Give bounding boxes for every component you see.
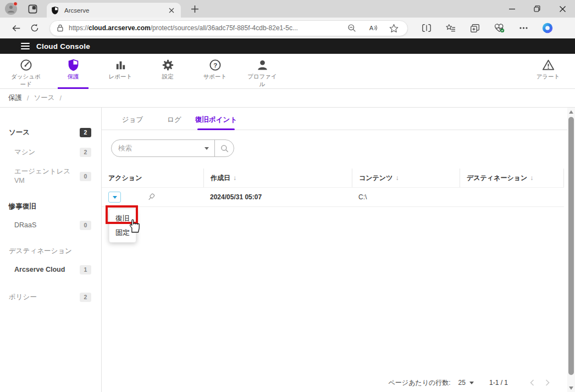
collections-icon[interactable]	[463, 20, 487, 36]
favorites-bar-icon[interactable]	[439, 20, 463, 36]
tab-close-icon[interactable]	[167, 5, 176, 15]
app-header: Cloud Console	[0, 38, 575, 54]
shield-icon	[67, 59, 80, 71]
cell-destination	[460, 188, 564, 206]
count-badge: 1	[80, 265, 91, 275]
sidebar-item-sources[interactable]: ソース 2	[0, 122, 101, 142]
zoom-out-icon[interactable]	[341, 20, 362, 36]
pagination: ページあたりの行数: 25 1-1 / 1	[389, 376, 555, 389]
browser-toolbar: https://cloud.arcserve.com/protect/sourc…	[0, 18, 575, 38]
nav-item-support[interactable]: ? サポート	[191, 54, 239, 89]
rows-per-page-select[interactable]: 25	[458, 379, 474, 387]
nav-item-profile[interactable]: プロファイル	[239, 54, 286, 89]
address-bar[interactable]: https://cloud.arcserve.com/protect/sourc…	[49, 20, 408, 36]
cell-created: 2024/05/31 05:07	[203, 188, 352, 206]
nav-item-settings[interactable]: 設定	[144, 54, 191, 89]
breadcrumb-protect[interactable]: 保護	[8, 93, 22, 103]
sidebar-item-machines[interactable]: マシン 2	[0, 142, 101, 162]
caret-down-icon	[469, 382, 474, 384]
rows-per-page-label: ページあたりの行数:	[389, 378, 451, 388]
sidebar-item-agentless-vm[interactable]: エージェントレス VM 0	[0, 162, 101, 191]
profile-icon	[256, 59, 269, 71]
nav-item-dashboard[interactable]: ダッシュボード	[2, 54, 49, 89]
sort-desc-icon[interactable]: ↓	[233, 174, 236, 182]
page-range: 1-1 / 1	[489, 379, 508, 387]
scroll-down-icon[interactable]	[569, 387, 573, 390]
split-screen-icon[interactable]	[414, 20, 439, 36]
svg-text:?: ?	[213, 62, 217, 69]
tab-jobs[interactable]: ジョブ	[112, 108, 153, 130]
nav-item-reports[interactable]: レポート	[97, 54, 144, 89]
scroll-up-icon[interactable]	[569, 110, 573, 114]
tab-recovery-points[interactable]: 復旧ポイント	[195, 108, 237, 130]
pin-icon[interactable]	[146, 192, 156, 202]
read-aloud-icon[interactable]: A	[362, 20, 383, 36]
arcserve-favicon	[51, 6, 59, 15]
count-badge: 0	[80, 221, 91, 230]
search-input[interactable]	[118, 144, 199, 152]
row-actions-dropdown-button[interactable]	[108, 192, 121, 203]
menu-item-pin[interactable]: 固定	[109, 226, 136, 240]
sidebar-header-destinations: デスティネーション	[0, 242, 101, 260]
sort-desc-icon[interactable]: ↓	[530, 174, 533, 182]
lock-icon[interactable]	[57, 24, 64, 32]
search-icon[interactable]	[215, 144, 234, 153]
restore-button[interactable]	[524, 0, 550, 18]
alert-triangle-icon	[542, 59, 555, 71]
cell-contents: C:\	[352, 188, 460, 206]
content-tabs: ジョブ ログ 復旧ポイント	[102, 108, 567, 130]
column-header-created[interactable]: 作成日 ↓	[203, 169, 352, 187]
favorite-star-icon[interactable]	[383, 20, 404, 36]
sidebar-header-disaster-recovery: 惨事復旧	[0, 198, 101, 215]
app-title: Cloud Console	[36, 42, 90, 51]
column-header-contents[interactable]: コンテンツ ↓	[352, 169, 460, 187]
browser-tab[interactable]: Arcserve	[47, 3, 181, 18]
browser-essentials-icon[interactable]	[487, 20, 511, 36]
sidebar-item-arcserve-cloud[interactable]: Arcserve Cloud 1	[0, 260, 101, 279]
count-badge: 2	[80, 128, 91, 137]
minimize-button[interactable]	[499, 0, 524, 18]
column-header-destination[interactable]: デスティネーション ↓	[460, 169, 564, 187]
profile-avatar[interactable]	[5, 3, 17, 15]
primary-nav: ダッシュボード 保護 レポート 設定 ? サポート プロファイル アラート	[0, 54, 575, 89]
tab-title: Arcserve	[64, 7, 167, 14]
help-icon: ?	[209, 59, 222, 71]
refresh-button[interactable]	[25, 20, 44, 36]
table-row: 2024/05/31 05:07 C:\	[102, 188, 564, 207]
url-text[interactable]: https://cloud.arcserve.com/protect/sourc…	[69, 24, 341, 32]
column-header-actions: アクション	[102, 169, 203, 187]
next-page-button[interactable]	[540, 379, 555, 386]
workspaces-icon[interactable]	[27, 4, 38, 14]
table-header: アクション 作成日 ↓ コンテンツ ↓ デスティネーション ↓	[102, 169, 564, 188]
sidebar: ソース 2 マシン 2 エージェントレス VM 0 惨事復旧 DRaaS 0 デ…	[0, 108, 102, 392]
scrollbar-thumb[interactable]	[568, 117, 574, 375]
sidebar-item-draas[interactable]: DRaaS 0	[0, 215, 101, 235]
svg-text:A: A	[369, 25, 373, 31]
menu-icon[interactable]	[21, 43, 30, 49]
count-badge: 2	[80, 148, 91, 157]
new-tab-button[interactable]	[187, 2, 202, 16]
search-filter-caret-icon[interactable]	[204, 147, 209, 150]
more-menu-icon[interactable]	[511, 20, 535, 36]
dashboard-gauge-icon	[20, 59, 32, 71]
notification-dot-icon	[13, 2, 18, 6]
caret-down-icon	[113, 196, 117, 199]
close-window-button[interactable]	[550, 0, 575, 18]
nav-item-protect[interactable]: 保護	[49, 54, 97, 89]
prev-page-button[interactable]	[524, 379, 540, 386]
sort-desc-icon[interactable]: ↓	[395, 174, 399, 182]
breadcrumb: 保護 / ソース /	[0, 89, 575, 108]
gear-icon	[162, 59, 174, 71]
count-badge: 2	[80, 293, 91, 302]
actions-dropdown-menu: 復旧 固定	[109, 209, 136, 243]
main-panel: ジョブ ログ 復旧ポイント アクション 作成日 ↓ コンテンツ ↓	[102, 108, 567, 392]
nav-item-alerts[interactable]: アラート	[524, 54, 572, 89]
tab-logs[interactable]: ログ	[153, 108, 195, 130]
breadcrumb-sources[interactable]: ソース	[34, 93, 54, 103]
back-button[interactable]	[7, 20, 25, 36]
sidebar-item-policies[interactable]: ポリシー 2	[0, 287, 101, 307]
vertical-scrollbar[interactable]	[567, 108, 575, 392]
search-box[interactable]	[111, 139, 234, 157]
copilot-icon[interactable]	[535, 20, 560, 36]
menu-item-recover[interactable]: 復旧	[109, 211, 136, 226]
